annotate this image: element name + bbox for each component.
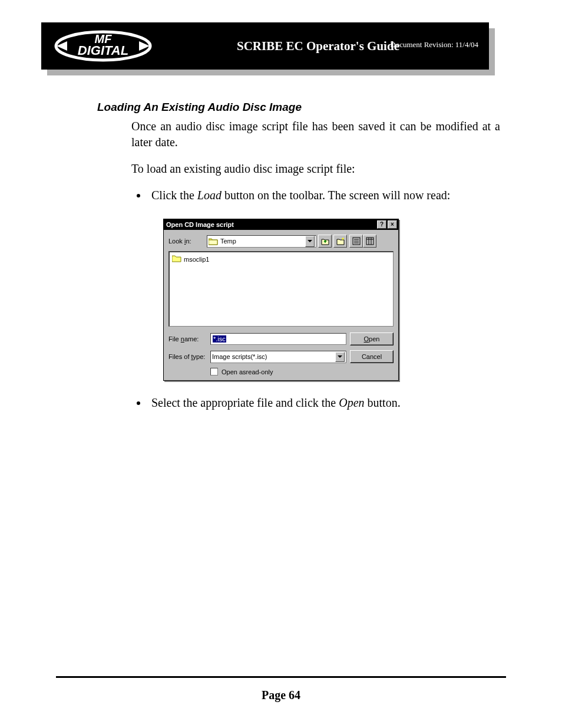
up-one-level-button[interactable] (318, 235, 332, 248)
doc-revision: Document Revision: 11/4/04 (390, 40, 478, 50)
close-button[interactable]: × (388, 220, 397, 229)
filetype-label: Files of type: (168, 353, 207, 360)
filename-label: File name: (168, 335, 207, 342)
bullet-open: Select the appropriate file and click th… (148, 395, 500, 411)
page-number: Page 64 (0, 678, 562, 702)
cancel-button[interactable]: Cancel (350, 350, 394, 363)
section-heading: Loading An Existing Audio Disc Image (56, 101, 506, 114)
mf-digital-logo: MF DIGITAL (47, 28, 159, 64)
open-button[interactable]: Open (350, 332, 394, 345)
para-intro: Once an audio disc image script file has… (131, 118, 500, 150)
dialog-title-text: Open CD Image script (166, 221, 376, 228)
svg-text:DIGITAL: DIGITAL (78, 43, 128, 58)
svg-marker-8 (337, 239, 344, 245)
list-view-button[interactable] (349, 235, 363, 248)
list-item[interactable]: msoclip1 (172, 255, 391, 263)
readonly-checkbox-row[interactable]: Open as read-only (210, 368, 346, 375)
header-banner: MF DIGITAL SCRIBE EC Operator's Guide Do… (41, 22, 521, 74)
details-view-button[interactable] (363, 235, 376, 248)
svg-marker-19 (172, 256, 181, 262)
folder-icon (172, 255, 181, 263)
open-file-dialog: Open CD Image script ? × Look in: Tem (163, 219, 399, 381)
lookin-value: Temp (220, 238, 236, 245)
filename-field[interactable]: *.isc (210, 333, 346, 345)
lookin-combo[interactable]: Temp (207, 235, 316, 248)
para-instructions: To load an existing audio disc image scr… (131, 161, 500, 177)
svg-rect-15 (366, 238, 373, 245)
lookin-label: Look in: (168, 238, 207, 245)
chevron-down-icon[interactable] (335, 352, 345, 362)
dialog-titlebar: Open CD Image script ? × (164, 219, 398, 230)
new-folder-button[interactable] (333, 235, 347, 248)
bullet-load: Click the Load button on the toolbar. Th… (148, 187, 500, 203)
svg-rect-6 (209, 240, 217, 245)
chevron-down-icon[interactable] (305, 236, 315, 247)
filetype-select[interactable]: Image scripts(*.isc) (210, 351, 346, 363)
file-list[interactable]: msoclip1 (168, 251, 394, 327)
help-button[interactable]: ? (377, 220, 386, 229)
folder-icon (209, 238, 218, 245)
readonly-checkbox[interactable] (210, 368, 218, 375)
